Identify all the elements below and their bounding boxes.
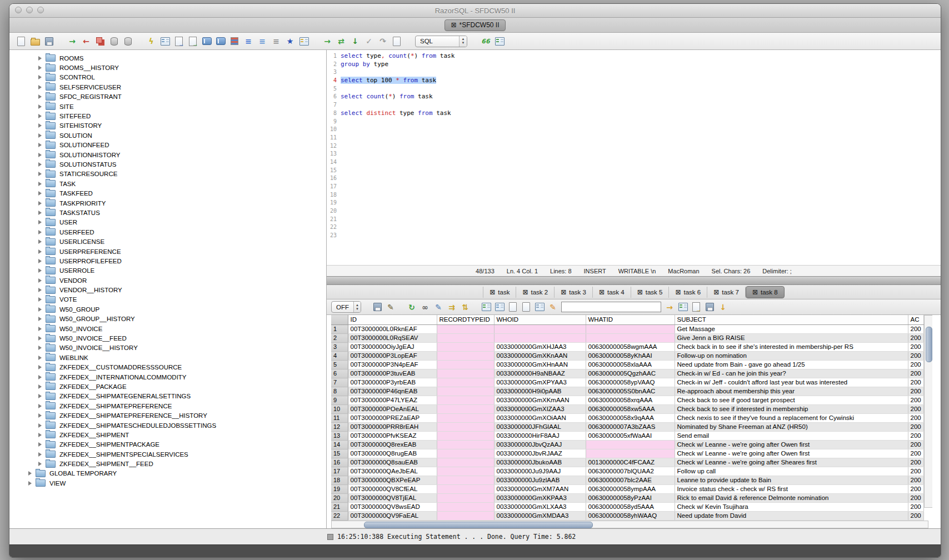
title-bar[interactable]: RazorSQL - SFDCW50 II: [9, 4, 941, 18]
table-cell[interactable]: 200: [908, 396, 923, 405]
editor-line[interactable]: 20: [327, 207, 941, 216]
table-cell[interactable]: [437, 449, 494, 458]
table-cell[interactable]: 006300000058wgmAAA: [586, 343, 675, 352]
describe-table-icon[interactable]: [160, 36, 170, 46]
editor-line[interactable]: 23: [327, 232, 941, 240]
close-result-tab-icon[interactable]: ⊠: [522, 289, 528, 296]
column-header[interactable]: RECORDTYPEID: [437, 315, 494, 325]
sort-lines-icon[interactable]: ≡: [243, 36, 253, 46]
zoom-button[interactable]: [37, 7, 44, 13]
table-cell[interactable]: [437, 405, 494, 414]
table-cell[interactable]: 00T3000000QAeJbEAL: [348, 467, 437, 476]
table-cell[interactable]: 200: [908, 414, 923, 423]
disclosure-triangle-icon[interactable]: [38, 172, 42, 176]
disclosure-triangle-icon[interactable]: [38, 268, 42, 273]
table-cell[interactable]: 200: [908, 343, 923, 352]
table-cell[interactable]: 006300000058ypVAAQ: [586, 378, 675, 387]
editor-line[interactable]: 10: [327, 126, 941, 134]
table-cell[interactable]: 00T3000000P3LopEAF: [348, 352, 437, 361]
table-cell[interactable]: 006300000058yPzAAI: [586, 494, 675, 503]
table-cell[interactable]: [437, 476, 494, 485]
table-horizontal-scrollbar[interactable]: [331, 521, 928, 528]
result-tab[interactable]: ⊠task: [483, 287, 516, 298]
table-cell[interactable]: Follow up call: [675, 467, 908, 476]
copy-icon[interactable]: [521, 302, 531, 312]
connect-icon[interactable]: →: [67, 36, 77, 46]
table-cell[interactable]: [437, 352, 494, 361]
results-table[interactable]: IDRECORDTYPEIDWHOIDWHATIDSUBJECTAC100T30…: [331, 315, 924, 521]
disclosure-triangle-icon[interactable]: [38, 104, 42, 109]
tree-item[interactable]: VENDOR: [9, 276, 326, 285]
tree-item[interactable]: ZKFEDEX__SHIPMENTSPECIALSERVICES: [9, 449, 326, 459]
tree-item[interactable]: VOTE: [9, 295, 326, 304]
page-icon[interactable]: [508, 302, 518, 312]
disclosure-triangle-icon[interactable]: [38, 356, 42, 360]
tree-item[interactable]: W50_INVOICE__HISTORY: [9, 343, 326, 353]
disclosure-triangle-icon[interactable]: [38, 259, 42, 263]
result-tab[interactable]: ⊠task 3: [555, 287, 593, 298]
table-cell[interactable]: Need update from Bain - gave go ahead 1/…: [675, 361, 908, 369]
row-number-cell[interactable]: 13: [331, 432, 348, 441]
disclosure-triangle-icon[interactable]: [38, 297, 42, 302]
align-lines-icon[interactable]: ≡: [257, 36, 267, 46]
table-cell[interactable]: 00T3000000P3yrbEAB: [348, 378, 437, 387]
open-file-icon[interactable]: [30, 36, 40, 46]
table-cell[interactable]: [437, 423, 494, 432]
table-cell[interactable]: 00T3000000QV8TjEAL: [348, 494, 437, 503]
tree-item[interactable]: SITEFEED: [9, 111, 326, 121]
editor-line[interactable]: 1select type, count(*) from task: [327, 52, 941, 61]
disclosure-triangle-icon[interactable]: [38, 433, 42, 437]
grid-view-icon[interactable]: [495, 302, 505, 312]
editor-line[interactable]: 13: [327, 150, 941, 158]
table-cell[interactable]: 0033000000HirF8AAJ: [494, 432, 586, 441]
table-cell[interactable]: Send email: [675, 432, 908, 441]
row-number-cell[interactable]: 22: [331, 512, 348, 521]
table-cell[interactable]: 200: [908, 325, 923, 334]
tree-item[interactable]: USERPROFILEFEED: [9, 256, 326, 266]
row-number-cell[interactable]: 1: [331, 325, 348, 334]
table-cell[interactable]: 0033000000JFhGlAAL: [494, 423, 586, 432]
disclosure-triangle-icon[interactable]: [38, 211, 42, 215]
table-cell[interactable]: 0033000000GmXOiAAN: [494, 414, 586, 423]
editor-line[interactable]: 15: [327, 167, 941, 175]
disclosure-triangle-icon[interactable]: [28, 481, 32, 486]
table-cell[interactable]: 00630000007blc2AAE: [586, 476, 675, 485]
disclosure-triangle-icon[interactable]: [38, 162, 42, 167]
table-cell[interactable]: 00T3000000L0RqSEAV: [348, 334, 437, 343]
rollback-icon[interactable]: ↷: [378, 36, 388, 46]
table-cell[interactable]: 0033000000JbukoAAB: [494, 458, 586, 467]
table-cell[interactable]: 006300000058yKhAAI: [586, 352, 675, 361]
tree-item[interactable]: USERROLE: [9, 266, 326, 276]
table-cell[interactable]: 006300000058xlaAAA: [586, 361, 675, 369]
table-cell[interactable]: Check w/ Leanne - we're going after Owen…: [675, 449, 908, 458]
table-cell[interactable]: 0033000000GmXKmAAN: [494, 396, 586, 405]
table-cell[interactable]: 0033000000GmXHnAAN: [494, 361, 586, 369]
table-cell[interactable]: Nominated by Shane Freeman at ANZ (HR50): [675, 423, 908, 432]
table-cell[interactable]: Re-approach about membership this year: [675, 387, 908, 396]
table-cell[interactable]: Rick to email David & reference Delmonte…: [675, 494, 908, 503]
editor-line[interactable]: 14: [327, 158, 941, 167]
editor-line[interactable]: 5: [327, 85, 941, 93]
row-number-cell[interactable]: 16: [331, 458, 348, 467]
autocommit-select-stepper-icon[interactable]: ▲▼: [353, 302, 361, 312]
disclosure-triangle-icon[interactable]: [38, 307, 42, 312]
tree-item[interactable]: TASKFEED: [9, 188, 326, 198]
table-cell[interactable]: 0033000000GmXHJAA3: [494, 343, 586, 352]
export-grid-icon[interactable]: [678, 302, 688, 312]
save-grid-icon[interactable]: [705, 302, 715, 312]
table-cell[interactable]: 00T3000000QV8wsEAD: [348, 503, 437, 512]
tree-item[interactable]: SELFSERVICEUSER: [9, 82, 326, 92]
pane-splitter-horizontal[interactable]: [327, 276, 941, 285]
editor-line[interactable]: 17: [327, 183, 941, 191]
tree-item[interactable]: ZKFEDEX__PACKAGE: [9, 382, 326, 391]
table-cell[interactable]: 0033000000JbvQzAAJ: [494, 441, 586, 449]
table-cell[interactable]: 200: [908, 485, 923, 494]
table-cell[interactable]: 200: [908, 467, 923, 476]
row-number-cell[interactable]: 18: [331, 476, 348, 485]
table-cell[interactable]: 0033000000H9aNBAAZ: [494, 369, 586, 378]
disclosure-triangle-icon[interactable]: [38, 288, 42, 292]
result-tab[interactable]: ⊠task 4: [593, 287, 631, 298]
tree-item[interactable]: ZKFEDEX__SHIPMENT: [9, 430, 326, 439]
tree-item[interactable]: TASK: [9, 179, 326, 188]
row-number-cell[interactable]: 19: [331, 485, 348, 494]
